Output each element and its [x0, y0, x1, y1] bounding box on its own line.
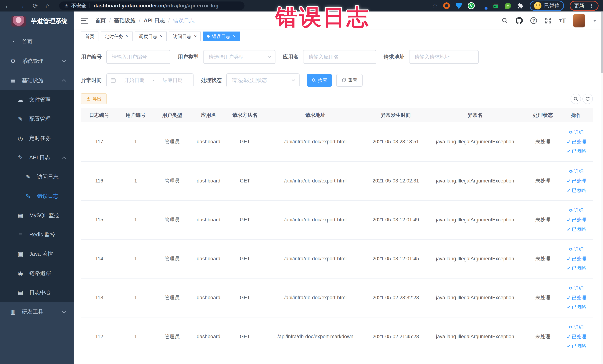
table-row-117: 1171管理员dashboardGET/api/infra/db-doc/exp…	[81, 122, 593, 161]
action-已处理-link[interactable]: 已处理	[566, 256, 586, 262]
tab-错误日志[interactable]: 错误日志×	[203, 32, 240, 41]
sidebar-item-错误日志[interactable]: ✎错误日志	[0, 187, 74, 206]
reset-button[interactable]: 重置	[336, 74, 363, 87]
breadcrumb-item-API 日志[interactable]: API 日志	[144, 17, 165, 24]
sidebar-item-Java 监控[interactable]: ▣Java 监控	[0, 244, 74, 264]
profile-paused-chip[interactable]: 已暂停	[530, 0, 564, 11]
cell-user-id: 1	[117, 122, 154, 161]
sidebar-item-基础设施[interactable]: ▤基础设施	[0, 71, 74, 90]
action-已忽略-link[interactable]: 已忽略	[566, 226, 586, 233]
action-已忽略-link[interactable]: 已忽略	[566, 265, 586, 271]
action-已处理-link[interactable]: 已处理	[566, 333, 586, 340]
app-name-input[interactable]	[303, 50, 376, 64]
extension-leaf-icon[interactable]: ✶	[505, 3, 511, 9]
bookmark-star-icon[interactable]: ☆	[432, 2, 438, 9]
page-scrollbar[interactable]	[601, 12, 603, 364]
breadcrumb-item-首页[interactable]: 首页	[95, 17, 106, 24]
tab-close-icon[interactable]: ×	[194, 34, 197, 39]
annotation-error-log-title: 错误日志	[275, 3, 370, 32]
sidebar-item-API 日志[interactable]: ✎API 日志	[0, 148, 74, 167]
search-button[interactable]: 搜索	[307, 74, 332, 87]
user-id-input[interactable]	[106, 50, 170, 64]
forward-icon[interactable]: →	[19, 0, 25, 12]
action-已处理-link[interactable]: 已处理	[566, 178, 586, 184]
cell-request-url: /api/infra/db-doc/export-html	[263, 278, 368, 317]
sidebar-item-MySQL 监控[interactable]: ▦MySQL 监控	[0, 206, 74, 225]
action-详细-link[interactable]: 详细	[568, 129, 584, 136]
sidebar-item-链路追踪[interactable]: ◉链路追踪	[0, 264, 74, 283]
sidebar-item-Redis 监控[interactable]: ≡Redis 监控	[0, 225, 74, 244]
extension-on-switch-icon[interactable]: on	[492, 3, 499, 9]
sidebar-item-访问日志[interactable]: ✎访问日志	[0, 167, 74, 187]
extension-shield-icon[interactable]	[455, 2, 462, 9]
address-bar[interactable]: ⚠ 不安全 dashboard.yudao.iocoder.cn/infra/l…	[59, 1, 244, 10]
tab-定时任务[interactable]: 定时任务×	[101, 32, 133, 41]
sidebar-item-定时任务[interactable]: ◷定时任务	[0, 129, 74, 148]
sidebar-item-配置管理[interactable]: ✎配置管理	[0, 109, 74, 129]
tab-close-icon[interactable]: ×	[233, 34, 236, 39]
action-详细-link[interactable]: 详细	[568, 168, 584, 175]
avatar-caret-icon[interactable]	[593, 20, 596, 22]
action-详细-link[interactable]: 详细	[568, 285, 584, 292]
help-icon[interactable]: ?	[530, 17, 537, 24]
github-icon[interactable]	[515, 17, 523, 24]
action-已处理-link[interactable]: 已处理	[566, 217, 586, 223]
sidebar-item-研发工具[interactable]: ▥研发工具	[0, 302, 74, 322]
exception-time-range-picker[interactable]: 开始日期 - 结束日期	[106, 73, 194, 87]
process-status-select-input[interactable]	[226, 73, 300, 87]
chevron-down-icon	[62, 59, 66, 63]
hamburger-icon[interactable]	[81, 18, 88, 23]
action-详细-link[interactable]: 详细	[568, 246, 584, 253]
reload-icon[interactable]: ⟳	[33, 0, 38, 12]
tab-close-icon[interactable]: ×	[160, 34, 162, 39]
scrollbar-thumb[interactable]	[601, 12, 603, 73]
user-avatar[interactable]	[573, 14, 585, 27]
breadcrumb-item-基础设施[interactable]: 基础设施	[114, 17, 136, 24]
font-size-icon[interactable]: TT	[559, 17, 566, 24]
not-secure-warning-icon: ⚠	[64, 3, 69, 9]
process-status-select[interactable]	[226, 73, 300, 87]
tab-close-icon[interactable]: ×	[126, 34, 128, 39]
user-type-select-input[interactable]	[203, 50, 276, 64]
end-date-placeholder[interactable]: 结束日期	[156, 77, 189, 84]
tab-访问日志[interactable]: 访问日志×	[169, 32, 201, 41]
search-icon[interactable]	[501, 17, 509, 24]
refresh-table-button[interactable]	[582, 94, 593, 104]
back-icon[interactable]: ←	[4, 0, 11, 12]
action-已处理-link[interactable]: 已处理	[566, 294, 586, 301]
extensions-puzzle-icon[interactable]	[517, 2, 524, 10]
user-id-label: 用户编号	[81, 53, 102, 60]
extension-green-v-icon[interactable]: V	[468, 2, 475, 9]
sidebar-item-文件管理[interactable]: ☁文件管理	[0, 90, 74, 109]
check-icon	[566, 218, 570, 222]
action-详细-link[interactable]: 详细	[568, 324, 584, 330]
extension-orange-icon[interactable]	[443, 2, 450, 9]
fullscreen-icon[interactable]	[545, 17, 552, 24]
browser-menu-icon[interactable]: ⋮	[589, 3, 594, 9]
sidebar-logo[interactable]: 芋道管理系统	[0, 12, 74, 31]
export-button[interactable]: 导出	[81, 93, 107, 104]
app-name-label: 应用名	[283, 53, 299, 60]
log-center-icon: ▤	[16, 289, 24, 296]
sidebar-item-系统管理[interactable]: ⚙系统管理	[0, 52, 74, 71]
action-详细-link[interactable]: 详细	[568, 207, 584, 214]
user-type-select[interactable]	[203, 50, 276, 64]
action-已忽略-link[interactable]: 已忽略	[566, 304, 586, 310]
cell-log-id: 115	[81, 200, 117, 239]
cell-request-method: GET	[227, 239, 263, 278]
tab-调度日志[interactable]: 调度日志×	[135, 32, 167, 41]
sidebar-item-日志中心[interactable]: ▤日志中心	[0, 283, 74, 302]
action-已忽略-link[interactable]: 已忽略	[566, 148, 586, 154]
action-已忽略-link[interactable]: 已忽略	[566, 343, 586, 349]
request-url-input[interactable]	[409, 50, 479, 64]
action-已处理-link[interactable]: 已处理	[566, 139, 586, 145]
cell-log-id: 113	[81, 278, 117, 317]
sidebar-item-首页[interactable]: ◔首页	[0, 32, 74, 52]
home-icon[interactable]: ⌂	[46, 0, 50, 12]
toggle-search-button[interactable]	[570, 94, 581, 104]
action-已忽略-link[interactable]: 已忽略	[566, 187, 586, 194]
start-date-placeholder[interactable]: 开始日期	[117, 77, 151, 84]
extension-grid-icon[interactable]	[480, 3, 487, 9]
browser-update-button[interactable]: 更新 ⋮	[570, 1, 599, 11]
tab-首页[interactable]: 首页	[81, 32, 98, 41]
